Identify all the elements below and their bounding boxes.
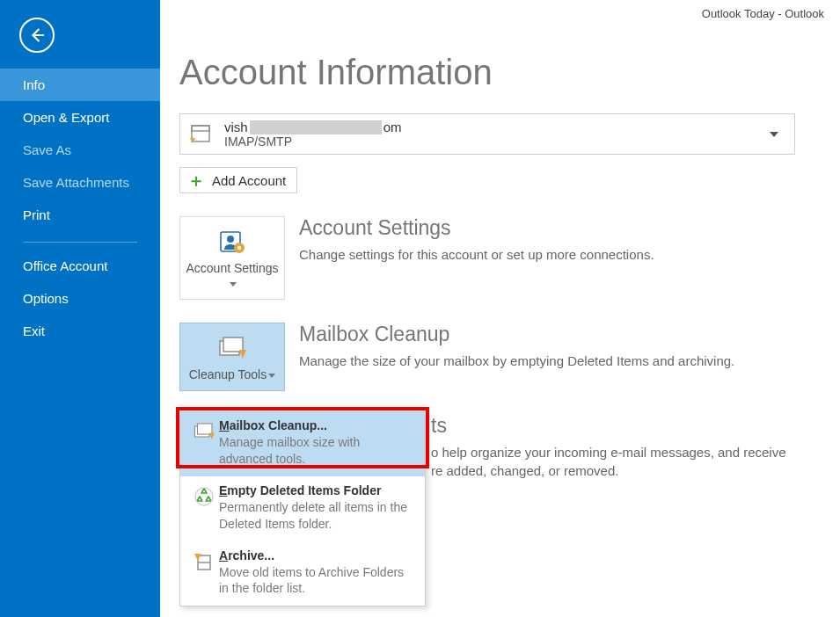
back-button[interactable]: [19, 18, 55, 53]
desc-mailbox-cleanup: Manage the size of your mailbox by empty…: [299, 352, 734, 370]
nav-open-export[interactable]: Open & Export: [0, 101, 160, 134]
account-settings-icon: [186, 226, 279, 258]
menu-archive-desc: Move old items to Archive Folders in the…: [219, 564, 416, 598]
archive-icon: [189, 550, 219, 573]
menu-archive[interactable]: Archive... Move old items to Archive Fol…: [180, 541, 425, 606]
nav-save-as: Save As: [0, 134, 160, 166]
page-title: Account Information: [179, 53, 840, 92]
desc-account-settings: Change settings for this account or set …: [299, 245, 654, 264]
nav-options[interactable]: Options: [0, 282, 160, 315]
nav-exit[interactable]: Exit: [0, 315, 160, 347]
recycle-icon: [189, 485, 219, 508]
cleanup-tools-menu: Mailbox Cleanup... Manage mailbox size w…: [179, 410, 426, 606]
svg-point-7: [237, 246, 241, 250]
tile-cleanup-tools-label: Cleanup Tools: [189, 367, 267, 381]
account-email-prefix: vish: [224, 120, 248, 134]
heading-mailbox-cleanup: Mailbox Cleanup: [299, 323, 734, 346]
svg-marker-10: [239, 350, 246, 359]
menu-empty-deleted-desc: Permanently delete all items in the Dele…: [219, 499, 416, 533]
svg-rect-2: [192, 126, 209, 131]
account-text: vish om IMAP/SMTP: [224, 120, 770, 149]
nav-divider: [23, 242, 137, 243]
svg-marker-13: [209, 433, 215, 440]
account-selector[interactable]: vish om IMAP/SMTP: [179, 113, 795, 155]
add-account-button[interactable]: ＋ Add Account: [179, 167, 297, 193]
nav-office-account[interactable]: Office Account: [0, 250, 160, 282]
arrow-left-icon: [27, 25, 47, 45]
account-protocol: IMAP/SMTP: [224, 134, 770, 149]
nav-print[interactable]: Print: [0, 199, 160, 231]
menu-empty-deleted[interactable]: Empty Deleted Items Folder Permanently d…: [180, 476, 425, 541]
nav-save-attachments: Save Attachments: [0, 166, 160, 199]
account-email-suffix: om: [383, 120, 402, 134]
svg-point-5: [227, 236, 234, 243]
svg-rect-12: [198, 424, 213, 434]
plus-icon: ＋: [187, 171, 205, 189]
add-account-label: Add Account: [212, 173, 286, 188]
chevron-down-icon: [268, 374, 275, 378]
svg-point-14: [195, 488, 213, 505]
nav-info[interactable]: Info: [0, 69, 160, 101]
section-account-settings: Account Settings Account Settings Change…: [179, 216, 840, 300]
redacted-segment: [250, 120, 382, 134]
section-mailbox-cleanup: Cleanup Tools Mailbox Cleanup Manage the…: [179, 323, 840, 391]
heading-account-settings: Account Settings: [299, 216, 654, 240]
menu-mailbox-cleanup-desc: Manage mailbox size with advanced tools.: [219, 434, 416, 468]
chevron-down-icon: [770, 132, 778, 137]
cleanup-tools-icon: [186, 332, 279, 364]
svg-marker-17: [194, 554, 201, 561]
svg-marker-3: [190, 138, 195, 143]
tile-account-settings[interactable]: Account Settings: [179, 216, 285, 300]
mailbox-icon: [189, 123, 214, 146]
backstage-sidebar: Info Open & Export Save As Save Attachme…: [0, 0, 160, 617]
tile-account-settings-label: Account Settings: [186, 261, 278, 275]
menu-mailbox-cleanup[interactable]: Mailbox Cleanup... Manage mailbox size w…: [180, 411, 425, 476]
mailbox-cleanup-icon: [189, 420, 219, 443]
chevron-down-icon: [230, 282, 237, 287]
tile-cleanup-tools[interactable]: Cleanup Tools: [179, 323, 285, 391]
svg-rect-9: [223, 338, 243, 352]
